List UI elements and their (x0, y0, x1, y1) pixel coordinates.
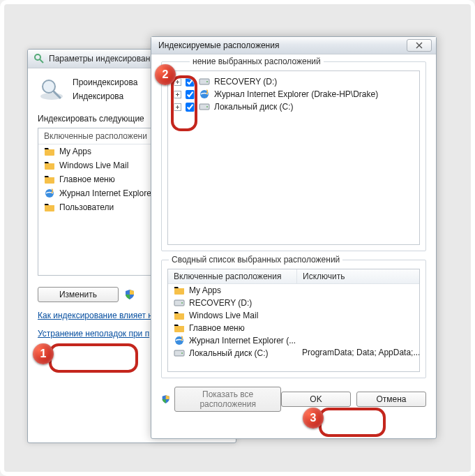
summary-row-label: Локальный диск (C:) (189, 348, 269, 358)
tree-item-checkbox[interactable] (186, 103, 195, 112)
list-item-label: Windows Live Mail (59, 161, 128, 170)
modify-button[interactable]: Изменить (38, 287, 119, 302)
uac-shield-icon (161, 394, 170, 405)
indexing-options-title: Параметры индексирования (49, 54, 159, 64)
magnifier-icon (38, 75, 66, 103)
folder-icon (174, 285, 185, 296)
indexed-locations-title: Индексируемые расположения (158, 40, 279, 50)
close-button[interactable] (407, 39, 432, 52)
drive-icon (199, 76, 210, 87)
summary-row-label: Главное меню (189, 323, 245, 333)
summary-col-exclude: Исключить (297, 269, 350, 283)
tree-item[interactable]: Журнал Internet Explorer (Drake-HP\Drake… (171, 88, 416, 101)
change-selected-locations-group: нение выбранных расположений RECOVERY (D… (161, 61, 426, 251)
summary-row[interactable]: My Apps (168, 284, 419, 297)
folder-icon (44, 146, 55, 157)
indexed-locations-window: Индексируемые расположения нение выбранн… (151, 36, 437, 439)
tree-item-label: Журнал Internet Explorer (Drake-HP\Drake… (214, 89, 378, 99)
index-status-line2: Индексирова (73, 89, 137, 103)
list-item-label: Главное меню (59, 174, 115, 184)
folder-icon (174, 310, 185, 321)
tree-item[interactable]: Локальный диск (C:) (171, 101, 416, 113)
folder-icon (44, 202, 55, 213)
folder-icon (174, 322, 185, 334)
summary-row-label: Windows Live Mail (189, 311, 258, 320)
tree-item-checkbox[interactable] (186, 77, 195, 87)
folder-icon (44, 160, 55, 171)
drive-icon (174, 297, 185, 308)
summary-row-exclude (296, 297, 419, 308)
tree-item-label: Локальный диск (C:) (214, 102, 294, 112)
locations-tree[interactable]: RECOVERY (D:) Журнал Internet Explorer (… (167, 70, 420, 245)
indexed-locations-titlebar: Индексируемые расположения (151, 37, 436, 54)
ie-icon (199, 89, 210, 100)
summary-col-included: Включенные расположения (168, 269, 297, 283)
summary-row[interactable]: Локальный диск (C:) ProgramData; Data; A… (168, 347, 419, 359)
summary-row-exclude (296, 285, 419, 296)
summary-row[interactable]: Windows Live Mail (168, 309, 419, 322)
expand-icon[interactable] (174, 78, 181, 86)
close-icon (416, 42, 423, 49)
expand-icon[interactable] (174, 91, 181, 98)
summary-row-exclude: ProgramData; Data; AppData;... (296, 348, 419, 359)
list-item-label: My Apps (59, 147, 91, 156)
summary-group: Сводный список выбранных расположений Вк… (161, 260, 426, 378)
ie-icon (44, 188, 55, 199)
summary-legend: Сводный список выбранных расположений (169, 255, 342, 265)
change-selected-locations-legend: нение выбранных расположений (190, 57, 324, 66)
cancel-button[interactable]: Отмена (356, 392, 426, 407)
uac-shield-icon (124, 289, 135, 300)
list-item-label: Пользователи (59, 202, 114, 212)
summary-row-label: My Apps (189, 285, 221, 295)
show-all-locations-button[interactable]: Показать все расположения (174, 387, 281, 412)
ok-button[interactable]: OK (281, 392, 351, 407)
svg-point-0 (35, 54, 40, 60)
summary-row[interactable]: RECOVERY (D:) (168, 297, 419, 309)
summary-row[interactable]: Главное меню (168, 322, 419, 334)
expand-icon[interactable] (174, 103, 181, 111)
index-status-line1: Проиндексирова (73, 75, 137, 89)
summary-row-exclude (296, 322, 419, 334)
summary-row[interactable]: Журнал Internet Explorer (... (168, 334, 419, 347)
list-item-label: Журнал Internet Explore (59, 188, 151, 198)
window-icon (33, 53, 45, 64)
summary-row-label: Журнал Internet Explorer (... (189, 336, 296, 345)
tree-item[interactable]: RECOVERY (D:) (171, 75, 416, 88)
folder-icon (44, 174, 55, 185)
summary-row-label: RECOVERY (D:) (189, 298, 252, 308)
summary-list[interactable]: Включенные расположения Исключить My App… (167, 269, 420, 372)
summary-row-exclude (296, 310, 419, 321)
drive-icon (174, 348, 185, 359)
svg-line-1 (40, 59, 43, 63)
tree-item-label: RECOVERY (D:) (214, 77, 277, 87)
drive-icon (199, 101, 210, 112)
tree-item-checkbox[interactable] (186, 90, 195, 99)
summary-row-exclude (296, 335, 419, 346)
ie-icon (174, 335, 185, 346)
